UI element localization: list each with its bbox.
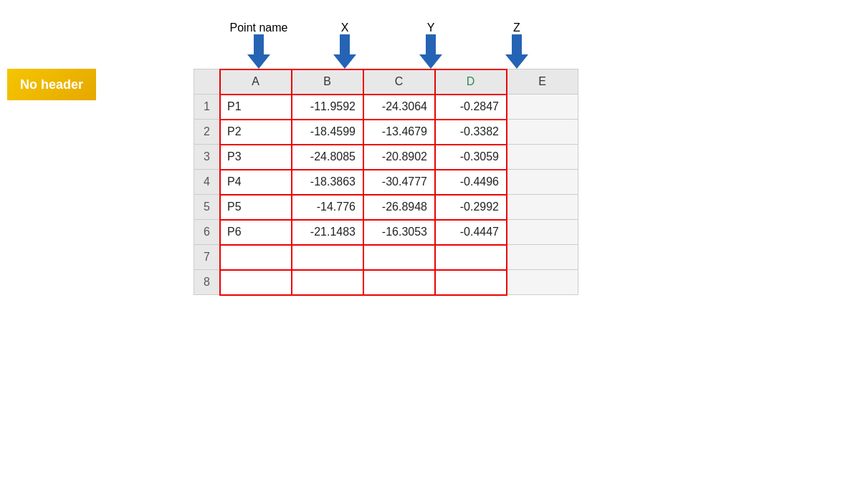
- table-row: 4P4-18.3863-30.4777-0.4496: [194, 170, 578, 195]
- cell-e: [507, 120, 578, 145]
- cell-b[interactable]: -18.4599: [292, 120, 363, 145]
- cell-b[interactable]: -11.9592: [292, 95, 363, 120]
- cell-e: [507, 220, 578, 245]
- cell-e: [507, 195, 578, 220]
- label-y-box: Y: [427, 21, 435, 34]
- cell-e: [507, 145, 578, 170]
- arrow-z: [505, 34, 528, 69]
- cell-d[interactable]: [435, 245, 507, 270]
- label-x: X: [305, 21, 384, 69]
- cell-a[interactable]: P6: [220, 220, 292, 245]
- col-header-rownum: [194, 69, 220, 95]
- table-row: 3P3-24.8085-20.8902-0.3059: [194, 145, 578, 170]
- cell-d[interactable]: [435, 270, 507, 295]
- cell-b[interactable]: [292, 245, 363, 270]
- cell-c[interactable]: -16.3053: [363, 220, 435, 245]
- label-z: Z: [477, 21, 556, 69]
- col-header-e: E: [507, 69, 578, 95]
- row-num-cell: 2: [194, 120, 220, 145]
- cell-a[interactable]: P4: [220, 170, 292, 195]
- arrow-y: [419, 34, 442, 69]
- cell-c[interactable]: -26.8948: [363, 195, 435, 220]
- row-num-cell: 7: [194, 245, 220, 270]
- cell-c[interactable]: [363, 245, 435, 270]
- col-header-a: A: [220, 69, 292, 95]
- cell-e: [507, 245, 578, 270]
- cell-e: [507, 270, 578, 295]
- label-point-name: Point name: [219, 21, 298, 69]
- table-row: 7: [194, 245, 578, 270]
- cell-d[interactable]: -0.3059: [435, 145, 507, 170]
- table-row: 5P5-14.776-26.8948-0.2992: [194, 195, 578, 220]
- label-y: Y: [391, 21, 470, 69]
- row-num-cell: 4: [194, 170, 220, 195]
- row-num-cell: 3: [194, 145, 220, 170]
- label-point-name-box: Point name: [230, 21, 288, 34]
- cell-b[interactable]: [292, 270, 363, 295]
- arrow-x: [333, 34, 356, 69]
- cell-b[interactable]: -24.8085: [292, 145, 363, 170]
- cell-a[interactable]: P5: [220, 195, 292, 220]
- cell-e: [507, 170, 578, 195]
- row-num-cell: 1: [194, 95, 220, 120]
- spreadsheet-table: A B C D E 1P1-11.9592-24.3064-0.28472P2-…: [194, 69, 578, 295]
- cell-d[interactable]: -0.3382: [435, 120, 507, 145]
- cell-d[interactable]: -0.4447: [435, 220, 507, 245]
- label-x-box: X: [341, 21, 349, 34]
- cell-c[interactable]: -24.3064: [363, 95, 435, 120]
- cell-a[interactable]: P1: [220, 95, 292, 120]
- row-num-cell: 8: [194, 270, 220, 295]
- table-row: 6P6-21.1483-16.3053-0.4447: [194, 220, 578, 245]
- arrow-point-name: [247, 34, 270, 69]
- header-row: A B C D E: [194, 69, 578, 95]
- table-row: 2P2-18.4599-13.4679-0.3382: [194, 120, 578, 145]
- cell-c[interactable]: -30.4777: [363, 170, 435, 195]
- col-header-c: C: [363, 69, 435, 95]
- table-row: 8: [194, 270, 578, 295]
- col-header-d: D: [435, 69, 507, 95]
- cell-a[interactable]: [220, 270, 292, 295]
- col-header-b: B: [292, 69, 363, 95]
- cell-c[interactable]: -13.4679: [363, 120, 435, 145]
- spreadsheet-wrapper: No header A B C D E 1P1-11.9592-24.3064-…: [0, 69, 868, 295]
- labels-row: Point name X Y Z: [0, 21, 868, 69]
- row-num-cell: 5: [194, 195, 220, 220]
- cell-b[interactable]: -14.776: [292, 195, 363, 220]
- cell-e: [507, 95, 578, 120]
- cell-a[interactable]: [220, 245, 292, 270]
- cell-c[interactable]: [363, 270, 435, 295]
- cell-a[interactable]: P3: [220, 145, 292, 170]
- cell-d[interactable]: -0.4496: [435, 170, 507, 195]
- label-z-box: Z: [513, 21, 520, 34]
- cell-a[interactable]: P2: [220, 120, 292, 145]
- cell-d[interactable]: -0.2847: [435, 95, 507, 120]
- row-num-cell: 6: [194, 220, 220, 245]
- cell-b[interactable]: -18.3863: [292, 170, 363, 195]
- no-header-badge: No header: [7, 69, 96, 100]
- cell-b[interactable]: -21.1483: [292, 220, 363, 245]
- cell-d[interactable]: -0.2992: [435, 195, 507, 220]
- table-row: 1P1-11.9592-24.3064-0.2847: [194, 95, 578, 120]
- cell-c[interactable]: -20.8902: [363, 145, 435, 170]
- main-container: Point name X Y Z: [0, 14, 868, 302]
